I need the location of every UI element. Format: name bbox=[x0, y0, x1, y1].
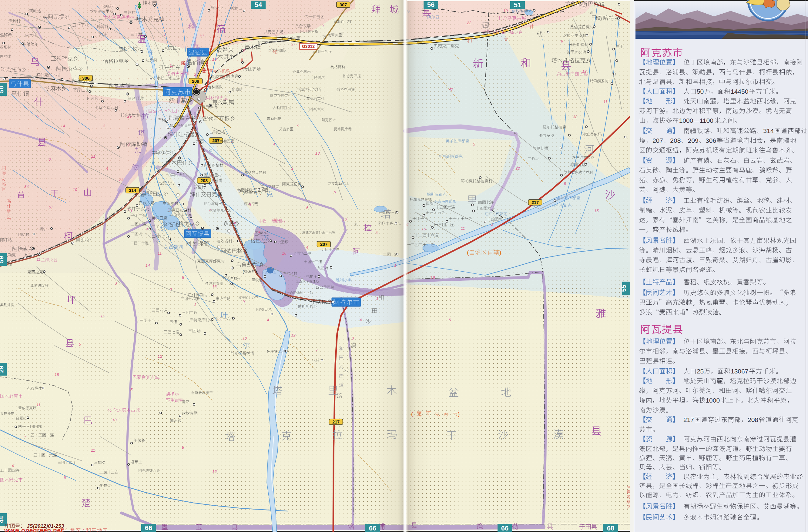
svg-text:314: 314 bbox=[129, 188, 136, 193]
svg-text:4: 4 bbox=[234, 221, 236, 225]
svg-text:209: 209 bbox=[688, 137, 699, 144]
svg-text:7: 7 bbox=[315, 348, 318, 352]
svg-text:10: 10 bbox=[73, 187, 77, 192]
svg-text:66: 66 bbox=[501, 525, 509, 532]
svg-text:11: 11 bbox=[158, 251, 162, 256]
svg-text:25: 25 bbox=[697, 368, 704, 375]
svg-text:66: 66 bbox=[145, 524, 152, 532]
svg-text:3: 3 bbox=[352, 336, 354, 341]
svg-text:208: 208 bbox=[200, 178, 208, 183]
svg-text:58: 58 bbox=[0, 86, 4, 93]
svg-text:5: 5 bbox=[449, 318, 451, 322]
svg-text:www.onegreen.net: www.onegreen.net bbox=[4, 527, 63, 532]
svg-text:37: 37 bbox=[291, 42, 296, 47]
svg-text:16: 16 bbox=[212, 285, 217, 289]
svg-text:12: 12 bbox=[158, 354, 162, 359]
svg-text:217: 217 bbox=[683, 416, 694, 423]
svg-text:9: 9 bbox=[333, 190, 336, 195]
svg-text:8: 8 bbox=[188, 227, 190, 231]
svg-text:22: 22 bbox=[466, 21, 472, 25]
svg-text:307: 307 bbox=[339, 2, 347, 7]
svg-text:8: 8 bbox=[182, 445, 184, 450]
svg-text:9: 9 bbox=[242, 299, 245, 304]
svg-text:11: 11 bbox=[603, 99, 608, 104]
svg-text:12: 12 bbox=[100, 315, 105, 319]
svg-text:217: 217 bbox=[532, 200, 539, 205]
svg-text:314: 314 bbox=[763, 127, 774, 134]
svg-text:13: 13 bbox=[582, 69, 587, 74]
svg-text:50: 50 bbox=[697, 88, 704, 95]
svg-text:8: 8 bbox=[249, 202, 251, 207]
svg-text:18: 18 bbox=[112, 418, 117, 422]
svg-text:47: 47 bbox=[449, 87, 453, 92]
svg-text:8: 8 bbox=[561, 39, 563, 43]
svg-text:3: 3 bbox=[194, 302, 197, 307]
svg-text:17: 17 bbox=[343, 218, 347, 222]
svg-text:51: 51 bbox=[514, 1, 521, 9]
svg-text:208: 208 bbox=[670, 137, 681, 144]
svg-text:14: 14 bbox=[146, 263, 150, 268]
svg-text:4: 4 bbox=[231, 39, 233, 43]
svg-text:11: 11 bbox=[36, 403, 41, 407]
svg-text:16: 16 bbox=[212, 469, 217, 474]
svg-text:G3012: G3012 bbox=[302, 44, 315, 49]
svg-text:5: 5 bbox=[130, 387, 133, 392]
svg-text:29: 29 bbox=[0, 366, 4, 372]
svg-text:27: 27 bbox=[200, 33, 205, 37]
svg-text:4: 4 bbox=[273, 142, 275, 146]
svg-text:16: 16 bbox=[358, 318, 362, 322]
svg-text:11: 11 bbox=[167, 208, 171, 213]
svg-text:2: 2 bbox=[194, 72, 197, 77]
svg-text:12: 12 bbox=[291, 333, 296, 337]
svg-text:4: 4 bbox=[306, 245, 308, 250]
svg-text:16: 16 bbox=[430, 275, 435, 280]
svg-text:6: 6 bbox=[64, 475, 66, 480]
svg-text:9: 9 bbox=[322, 24, 324, 28]
svg-text:8: 8 bbox=[127, 142, 130, 146]
svg-text:5: 5 bbox=[231, 139, 233, 143]
svg-text:38: 38 bbox=[273, 218, 277, 222]
svg-text:59: 59 bbox=[0, 256, 4, 263]
svg-text:8: 8 bbox=[115, 281, 118, 286]
svg-text:34: 34 bbox=[24, 184, 29, 189]
svg-text:5: 5 bbox=[79, 342, 81, 347]
svg-text:15: 15 bbox=[594, 208, 599, 213]
svg-text:23: 23 bbox=[127, 208, 132, 213]
svg-text:21: 21 bbox=[91, 154, 95, 159]
svg-text:1000: 1000 bbox=[705, 397, 720, 404]
svg-text:14: 14 bbox=[61, 124, 65, 128]
svg-text:2: 2 bbox=[169, 287, 172, 292]
svg-text:8: 8 bbox=[242, 48, 245, 52]
svg-text:21: 21 bbox=[48, 205, 53, 210]
svg-text:12: 12 bbox=[273, 33, 277, 37]
svg-text:): ) bbox=[458, 411, 460, 417]
svg-text:9: 9 bbox=[218, 318, 220, 322]
svg-text:6: 6 bbox=[12, 463, 15, 468]
svg-text:23: 23 bbox=[118, 178, 123, 182]
svg-text:(: ( bbox=[82, 528, 84, 532]
svg-text:25: 25 bbox=[127, 114, 132, 118]
svg-text:4: 4 bbox=[267, 318, 269, 322]
svg-text:44: 44 bbox=[0, 516, 4, 523]
svg-text:207: 207 bbox=[320, 242, 328, 247]
svg-text:9: 9 bbox=[297, 124, 299, 128]
svg-text:4: 4 bbox=[106, 166, 108, 171]
svg-text:16: 16 bbox=[282, 251, 287, 256]
svg-text:(: ( bbox=[242, 191, 244, 195]
svg-text:10: 10 bbox=[242, 336, 247, 341]
svg-text:55: 55 bbox=[620, 285, 627, 292]
svg-text:4: 4 bbox=[258, 230, 260, 234]
svg-text:5: 5 bbox=[182, 275, 184, 280]
svg-text:68: 68 bbox=[607, 525, 614, 532]
svg-text:306: 306 bbox=[82, 76, 89, 81]
svg-text:6: 6 bbox=[49, 157, 51, 162]
svg-text:32: 32 bbox=[515, 166, 520, 171]
svg-text:13067: 13067 bbox=[731, 368, 748, 375]
svg-text:10: 10 bbox=[503, 8, 508, 13]
svg-text:13: 13 bbox=[315, 151, 320, 155]
svg-text:3: 3 bbox=[291, 166, 293, 171]
svg-text:9: 9 bbox=[209, 208, 211, 213]
svg-text:14450: 14450 bbox=[731, 88, 748, 95]
svg-text:3: 3 bbox=[103, 124, 106, 128]
svg-text:306: 306 bbox=[705, 137, 716, 144]
